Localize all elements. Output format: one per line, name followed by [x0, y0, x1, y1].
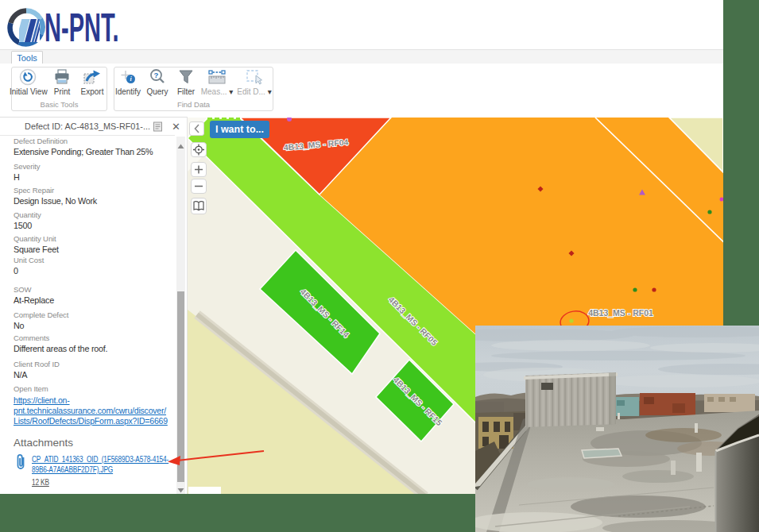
svg-text:4B13_MS - RF01: 4B13_MS - RF01: [588, 308, 653, 318]
svg-text:N-PNT.: N-PNT.: [45, 5, 119, 50]
svg-text:?: ?: [154, 71, 159, 79]
